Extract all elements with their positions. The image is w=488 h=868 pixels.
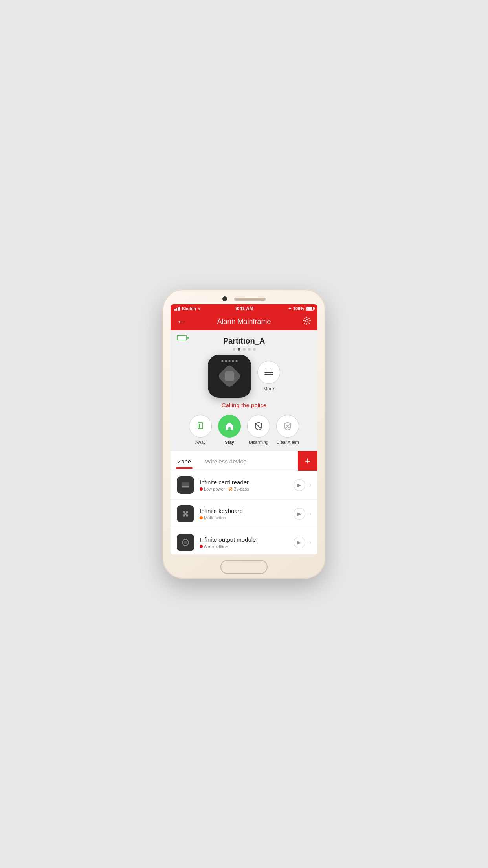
wifi-icon: ∿ — [198, 307, 201, 311]
device-dots — [222, 360, 238, 362]
play-button-card[interactable]: ▶ — [294, 479, 305, 491]
device-card-status: Low power By-pass — [200, 487, 288, 491]
status-right: ✦ 100% — [288, 306, 314, 311]
bluetooth-icon: ✦ — [288, 306, 292, 311]
phone-shell: Sketch ∿ 9:41 AM ✦ 100% ← Alarm Mainfram… — [163, 289, 325, 579]
more-button[interactable] — [257, 361, 280, 384]
dot-0 — [233, 348, 235, 351]
device-module-status: Alarm offline — [200, 544, 288, 549]
svg-rect-4 — [198, 423, 203, 429]
dot-1[interactable] — [238, 348, 240, 351]
device-module-name: Infinite output module — [200, 536, 288, 543]
battery-box — [306, 307, 314, 311]
away-button[interactable] — [189, 415, 212, 438]
phone-screen: Sketch ∿ 9:41 AM ✦ 100% ← Alarm Mainfram… — [171, 304, 317, 554]
svg-rect-10 — [182, 482, 189, 488]
device-area: More — [177, 355, 311, 398]
speaker-bar — [234, 298, 266, 301]
dot-2 — [243, 348, 246, 351]
table-row: Infinite output module Alarm offline ▶ › — [171, 528, 317, 554]
dot-3 — [248, 348, 251, 351]
disarming-button[interactable] — [247, 415, 270, 438]
add-device-button[interactable]: + — [298, 451, 317, 471]
device-module-info: Infinite output module Alarm offline — [200, 536, 288, 549]
more-button-wrap: More — [257, 361, 280, 392]
device-module-actions: ▶ › — [294, 537, 311, 548]
battery-indicator — [177, 335, 187, 340]
device-card-icon — [177, 476, 194, 494]
tabs-section: Zone Wireless device + — [171, 451, 317, 471]
device-keyboard-actions: ▶ › — [294, 508, 311, 520]
device-keyboard-status: Malfunction — [200, 515, 288, 520]
tab-wireless[interactable]: Wireless device — [198, 453, 253, 469]
clear-alarm-button-wrap: Clear Alarm — [276, 415, 299, 445]
low-power-badge: Low power — [200, 487, 225, 491]
clear-alarm-button[interactable] — [276, 415, 299, 438]
device-card-info: Infinite card reader Low power By-pass — [200, 479, 288, 491]
bypass-badge: By-pass — [229, 487, 249, 491]
signal-icon — [174, 307, 180, 311]
svg-point-18 — [184, 541, 187, 544]
chevron-right-icon[interactable]: › — [309, 482, 311, 489]
clear-alarm-label: Clear Alarm — [276, 440, 299, 445]
svg-point-0 — [306, 320, 308, 322]
table-row: Infinite card reader Low power By-pass — [171, 471, 317, 500]
malfunction-badge: Malfunction — [200, 515, 226, 520]
stay-label: Stay — [225, 440, 234, 445]
main-device-icon — [208, 355, 251, 398]
play-button-module[interactable]: ▶ — [294, 537, 305, 548]
settings-icon[interactable] — [303, 316, 311, 327]
away-label: Away — [195, 440, 206, 445]
disarming-label: Disarming — [249, 440, 268, 445]
dot-4 — [253, 348, 256, 351]
device-module-icon — [177, 534, 194, 551]
nav-bar: ← Alarm Mainframe — [171, 313, 317, 330]
partition-name: Partition_A — [223, 337, 265, 346]
action-buttons: Away Stay — [189, 415, 299, 445]
status-bar: Sketch ∿ 9:41 AM ✦ 100% — [171, 304, 317, 313]
status-time: 9:41 AM — [235, 306, 253, 311]
away-button-wrap: Away — [189, 415, 212, 445]
content-area: Partition_A — [171, 330, 317, 554]
alarm-offline-badge: Alarm offline — [200, 544, 228, 549]
play-button-keyboard[interactable]: ▶ — [294, 508, 305, 520]
back-button[interactable]: ← — [177, 316, 185, 327]
page-title: Alarm Mainframe — [217, 318, 271, 326]
svg-rect-5 — [199, 424, 200, 428]
more-label: More — [263, 386, 274, 392]
svg-rect-11 — [182, 486, 189, 487]
battery-percent: 100% — [293, 306, 304, 311]
stay-button[interactable] — [218, 415, 241, 438]
device-keyboard-info: Infinite keyboard Malfunction — [200, 508, 288, 520]
chevron-right-icon[interactable]: › — [309, 510, 311, 517]
carrier-label: Sketch — [182, 306, 196, 311]
svg-rect-6 — [228, 427, 231, 430]
device-card-name: Infinite card reader — [200, 479, 288, 485]
camera-dot — [222, 296, 227, 301]
disarming-button-wrap: Disarming — [247, 415, 270, 445]
pagination-dots — [233, 348, 256, 351]
svg-point-16 — [184, 513, 187, 515]
device-card-actions: ▶ › — [294, 479, 311, 491]
device-keyboard-icon — [177, 505, 194, 522]
battery-icon — [306, 307, 314, 311]
home-indicator[interactable] — [220, 560, 268, 574]
stay-button-wrap: Stay — [218, 415, 241, 445]
status-left: Sketch ∿ — [174, 306, 201, 311]
partition-section: Partition_A — [171, 330, 317, 451]
phone-top-bar — [163, 289, 325, 301]
phone-bottom — [163, 554, 325, 579]
table-row: Infinite keyboard Malfunction ▶ › — [171, 500, 317, 528]
device-list: Infinite card reader Low power By-pass — [171, 471, 317, 554]
svg-line-7 — [257, 424, 261, 428]
chevron-right-icon[interactable]: › — [309, 539, 311, 546]
tab-zone[interactable]: Zone — [171, 453, 198, 469]
device-keyboard-name: Infinite keyboard — [200, 508, 288, 514]
calling-status: Calling the police — [222, 402, 266, 408]
